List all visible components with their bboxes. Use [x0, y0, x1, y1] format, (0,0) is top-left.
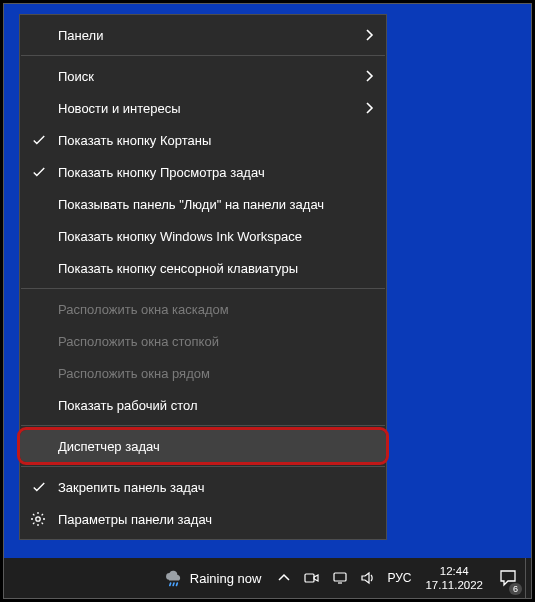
- taskbar-context-menu: ПанелиПоискНовости и интересыПоказать кн…: [19, 14, 387, 540]
- menu-item[interactable]: Поиск: [20, 60, 386, 92]
- weather-widget[interactable]: Raining now: [154, 558, 272, 598]
- network-icon: [332, 570, 348, 586]
- chevron-right-icon: [366, 29, 374, 41]
- menu-item[interactable]: Показывать панель "Люди" на панели задач: [20, 188, 386, 220]
- menu-separator: [21, 55, 385, 56]
- tray-volume[interactable]: [355, 558, 381, 598]
- menu-item-label: Показать кнопку Кортаны: [58, 133, 211, 148]
- svg-rect-1: [305, 574, 314, 582]
- menu-separator: [21, 425, 385, 426]
- chevron-right-icon: [366, 102, 374, 114]
- menu-item-label: Расположить окна рядом: [58, 366, 210, 381]
- menu-item-label: Расположить окна каскадом: [58, 302, 229, 317]
- menu-separator: [21, 466, 385, 467]
- tray-chevron-up[interactable]: [271, 558, 297, 598]
- menu-item: Расположить окна стопкой: [20, 325, 386, 357]
- check-icon: [32, 165, 46, 179]
- menu-item[interactable]: Показать кнопку сенсорной клавиатуры: [20, 252, 386, 284]
- menu-item[interactable]: Панели: [20, 19, 386, 51]
- clock[interactable]: 12:44 17.11.2022: [417, 558, 491, 598]
- menu-item: Расположить окна каскадом: [20, 293, 386, 325]
- camera-icon: [304, 570, 320, 586]
- notification-badge: 6: [509, 583, 522, 595]
- menu-item-label: Закрепить панель задач: [58, 480, 205, 495]
- menu-item-label: Показать кнопку Windows Ink Workspace: [58, 229, 302, 244]
- action-center[interactable]: 6: [491, 558, 525, 598]
- volume-icon: [360, 570, 376, 586]
- menu-item[interactable]: Показать кнопку Кортаны: [20, 124, 386, 156]
- svg-point-0: [36, 517, 40, 521]
- menu-item-label: Диспетчер задач: [58, 439, 160, 454]
- language-indicator[interactable]: РУС: [381, 558, 417, 598]
- menu-item-label: Показать кнопку сенсорной клавиатуры: [58, 261, 298, 276]
- menu-item[interactable]: Новости и интересы: [20, 92, 386, 124]
- menu-separator: [21, 288, 385, 289]
- clock-time: 12:44: [440, 564, 469, 578]
- chevron-up-icon: [276, 570, 292, 586]
- check-icon: [32, 480, 46, 494]
- show-desktop-button[interactable]: [525, 558, 531, 598]
- menu-item-label: Поиск: [58, 69, 94, 84]
- tray-meet-now[interactable]: [299, 558, 325, 598]
- menu-item-label: Показать кнопку Просмотра задач: [58, 165, 265, 180]
- weather-text: Raining now: [190, 571, 262, 586]
- menu-item-label: Новости и интересы: [58, 101, 181, 116]
- menu-item[interactable]: Параметры панели задач: [20, 503, 386, 535]
- menu-item: Расположить окна рядом: [20, 357, 386, 389]
- menu-item[interactable]: Диспетчер задач: [20, 430, 386, 462]
- menu-item-label: Параметры панели задач: [58, 512, 212, 527]
- weather-icon: [164, 568, 184, 588]
- chevron-right-icon: [366, 70, 374, 82]
- clock-date: 17.11.2022: [425, 578, 483, 592]
- gear-icon: [30, 511, 46, 527]
- menu-item-label: Показывать панель "Люди" на панели задач: [58, 197, 324, 212]
- menu-item[interactable]: Закрепить панель задач: [20, 471, 386, 503]
- menu-item[interactable]: Показать рабочий стол: [20, 389, 386, 421]
- tray-network[interactable]: [327, 558, 353, 598]
- menu-item-label: Расположить окна стопкой: [58, 334, 219, 349]
- menu-item-label: Панели: [58, 28, 103, 43]
- menu-item[interactable]: Показать кнопку Просмотра задач: [20, 156, 386, 188]
- taskbar: Raining now РУС 12:44 17.11.2022: [4, 558, 531, 598]
- svg-rect-2: [334, 573, 346, 581]
- menu-item-label: Показать рабочий стол: [58, 398, 197, 413]
- check-icon: [32, 133, 46, 147]
- menu-item[interactable]: Показать кнопку Windows Ink Workspace: [20, 220, 386, 252]
